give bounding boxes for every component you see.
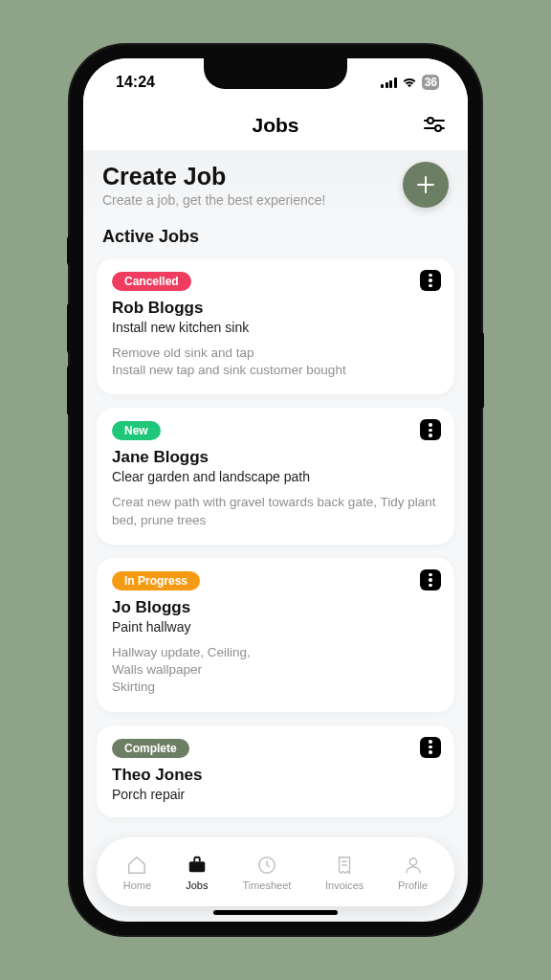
job-customer-name: Jo Bloggs <box>112 598 439 617</box>
phone-frame: 14:24 36 Jobs <box>70 45 481 935</box>
create-job-section: Create Job Create a job, get the best ex… <box>83 150 468 223</box>
job-customer-name: Theo Jones <box>112 766 439 785</box>
nav-home[interactable]: Home <box>123 854 151 891</box>
battery-icon: 36 <box>422 75 439 90</box>
svg-point-1 <box>428 118 433 123</box>
add-job-button[interactable] <box>403 162 449 208</box>
job-customer-name: Rob Bloggs <box>112 299 439 318</box>
job-card[interactable]: Complete Theo Jones Porch repair <box>97 725 454 817</box>
status-badge: In Progress <box>112 571 200 590</box>
nav-label: Jobs <box>186 880 208 891</box>
status-badge: Cancelled <box>112 272 191 291</box>
wifi-icon <box>402 77 417 88</box>
nav-timesheet[interactable]: Timesheet <box>242 854 291 891</box>
clock-icon <box>255 854 278 877</box>
nav-label: Invoices <box>325 880 364 891</box>
status-badge: Complete <box>112 739 189 758</box>
svg-point-10 <box>409 858 416 864</box>
nav-label: Profile <box>398 880 428 891</box>
job-summary: Install new kitchen sink <box>112 320 439 335</box>
nav-profile[interactable]: Profile <box>398 854 428 891</box>
battery-level: 36 <box>425 76 437 89</box>
nav-label: Home <box>123 880 151 891</box>
signal-icon <box>381 78 397 88</box>
header: Jobs <box>83 106 468 150</box>
svg-rect-6 <box>189 861 206 872</box>
plus-icon <box>415 174 436 195</box>
job-summary: Clear garden and landscape path <box>112 469 439 484</box>
active-jobs-title: Active Jobs <box>83 223 468 258</box>
status-time: 14:24 <box>116 74 155 91</box>
job-menu-button[interactable] <box>420 419 441 440</box>
home-indicator[interactable] <box>213 910 338 915</box>
job-card[interactable]: Cancelled Rob Bloggs Install new kitchen… <box>97 258 454 394</box>
job-menu-button[interactable] <box>420 737 441 758</box>
job-menu-button[interactable] <box>420 270 441 291</box>
job-customer-name: Jane Bloggs <box>112 448 439 467</box>
nav-invoices[interactable]: Invoices <box>325 854 364 891</box>
content: Create Job Create a job, get the best ex… <box>83 150 468 922</box>
bottom-nav: Home Jobs Timesheet Invoices <box>97 837 454 906</box>
status-badge: New <box>112 421 161 440</box>
profile-icon <box>402 854 425 877</box>
job-summary: Porch repair <box>112 787 439 802</box>
svg-point-3 <box>435 125 441 131</box>
job-summary: Paint hallway <box>112 619 439 635</box>
job-menu-button[interactable] <box>420 569 441 590</box>
home-icon <box>125 854 148 877</box>
job-card[interactable]: New Jane Bloggs Clear garden and landsca… <box>97 408 454 544</box>
page-title: Jobs <box>252 114 298 137</box>
job-description: Hallway update, Ceiling, Walls wallpaper… <box>112 644 439 697</box>
notch <box>204 58 347 89</box>
filter-button[interactable] <box>422 112 447 137</box>
nav-label: Timesheet <box>242 880 291 891</box>
create-title: Create Job <box>102 163 325 190</box>
job-description: Creat new path with gravel towards back … <box>112 494 439 528</box>
job-card[interactable]: In Progress Jo Bloggs Paint hallway Hall… <box>97 558 454 712</box>
job-description: Remove old sink and tap Install new tap … <box>112 345 439 379</box>
create-subtitle: Create a job, get the best experience! <box>102 192 325 208</box>
jobs-list: Cancelled Rob Bloggs Install new kitchen… <box>83 258 468 817</box>
screen: 14:24 36 Jobs <box>83 58 468 922</box>
status-right: 36 <box>381 75 439 90</box>
sliders-icon <box>424 116 445 133</box>
briefcase-icon <box>186 854 209 877</box>
nav-jobs[interactable]: Jobs <box>186 854 209 891</box>
receipt-icon <box>333 854 356 877</box>
